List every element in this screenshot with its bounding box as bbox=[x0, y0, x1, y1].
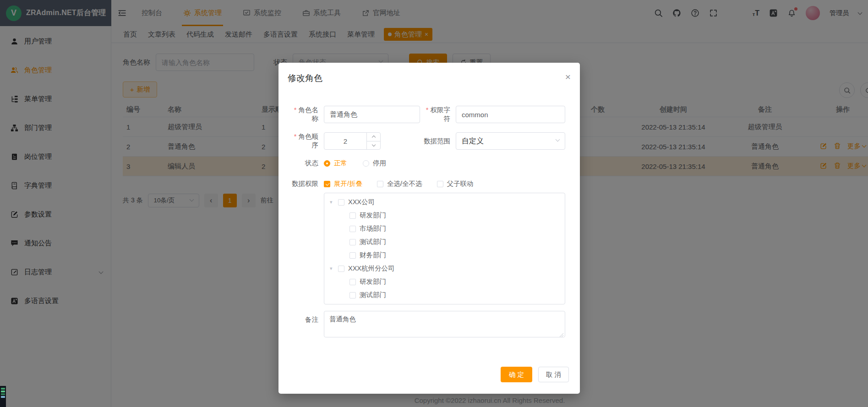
edit-role-dialog: 修改角色 × 角色名称 权限字符 角色顺序 2 数据范围 自定义 bbox=[278, 63, 580, 394]
tree-node-label: 研发部门 bbox=[360, 211, 386, 220]
chevron-up-icon bbox=[371, 136, 375, 139]
checkbox-icon[interactable] bbox=[349, 279, 356, 285]
resize-grip-icon[interactable] bbox=[559, 333, 564, 337]
remark-label: 备注 bbox=[288, 315, 318, 324]
confirm-button[interactable]: 确 定 bbox=[501, 367, 532, 382]
tree-node-label: 测试部门 bbox=[360, 238, 386, 246]
tree-node[interactable]: 市场部门 bbox=[324, 222, 565, 235]
checkbox-icon[interactable] bbox=[349, 252, 356, 259]
data-scope-label: 数据范围 bbox=[420, 137, 450, 146]
tree-node[interactable]: 测试部门 bbox=[324, 288, 565, 302]
tree-node[interactable]: 研发部门 bbox=[324, 209, 565, 222]
radio-icon bbox=[363, 160, 369, 167]
tree-node[interactable]: 测试部门 bbox=[324, 235, 565, 249]
chevron-down-icon bbox=[371, 143, 375, 147]
tree-node-label: 研发部门 bbox=[360, 277, 386, 286]
corner-status-widget bbox=[0, 386, 6, 407]
tree-node-label: XXX公司 bbox=[348, 198, 375, 206]
checkbox-label: 全选/全不选 bbox=[387, 179, 422, 188]
tree-caret-icon[interactable]: ▾ bbox=[330, 266, 338, 271]
tree-node[interactable]: 财务部门 bbox=[324, 249, 565, 262]
expand-collapse-checkbox[interactable]: 展开/折叠 bbox=[324, 179, 362, 188]
data-scope-select[interactable]: 自定义 bbox=[456, 132, 565, 150]
checkbox-icon[interactable] bbox=[349, 292, 356, 298]
select-all-checkbox[interactable]: 全选/全不选 bbox=[377, 179, 422, 188]
checkbox-icon bbox=[324, 181, 330, 187]
checkbox-icon[interactable] bbox=[338, 199, 344, 206]
parent-child-link-checkbox[interactable]: 父子联动 bbox=[437, 179, 474, 188]
stepper-up-button[interactable] bbox=[367, 133, 380, 141]
role-sort-stepper[interactable]: 2 bbox=[324, 132, 381, 150]
dialog-body: 角色名称 权限字符 角色顺序 2 数据范围 自定义 状态 bbox=[278, 88, 580, 339]
status-radio-disabled[interactable]: 停用 bbox=[363, 159, 386, 168]
stepper-down-button[interactable] bbox=[367, 141, 380, 150]
checkbox-icon[interactable] bbox=[349, 226, 356, 232]
dialog-title: 修改角色 bbox=[288, 73, 322, 83]
stepper-controls bbox=[366, 133, 380, 149]
tree-node-label: 财务部门 bbox=[360, 251, 386, 260]
checkbox-icon bbox=[377, 181, 383, 187]
tree-node[interactable]: ▾ XXX杭州分公司 bbox=[324, 262, 565, 275]
dialog-footer: 确 定 取 消 bbox=[501, 367, 569, 382]
cancel-button[interactable]: 取 消 bbox=[538, 367, 569, 382]
department-tree: ▾ XXX公司 研发部门 市场部门 测试部门 财务部门 ▾ bbox=[324, 193, 565, 304]
radio-icon bbox=[324, 160, 330, 167]
checkbox-icon[interactable] bbox=[349, 239, 356, 245]
tree-node[interactable]: ▾ XXX公司 bbox=[324, 195, 565, 209]
status-label: 状态 bbox=[288, 159, 318, 168]
role-name-input[interactable] bbox=[324, 106, 420, 123]
radio-label: 正常 bbox=[334, 159, 347, 168]
tree-node-label: XXX杭州分公司 bbox=[348, 264, 395, 273]
checkbox-icon[interactable] bbox=[349, 212, 356, 219]
role-key-label: 权限字符 bbox=[420, 106, 450, 123]
radio-label: 停用 bbox=[373, 159, 386, 168]
remark-textarea[interactable]: 普通角色 bbox=[324, 311, 565, 337]
checkbox-icon bbox=[437, 181, 443, 187]
close-icon[interactable]: × bbox=[565, 72, 571, 81]
tree-node-label: 市场部门 bbox=[360, 224, 386, 233]
chevron-down-icon bbox=[556, 137, 560, 142]
role-name-label: 角色名称 bbox=[288, 106, 318, 123]
status-radio-normal[interactable]: 正常 bbox=[324, 159, 347, 168]
dialog-header: 修改角色 × bbox=[278, 63, 580, 88]
checkbox-label: 展开/折叠 bbox=[334, 179, 362, 188]
tree-caret-icon[interactable]: ▾ bbox=[330, 199, 338, 205]
tree-node[interactable]: 研发部门 bbox=[324, 275, 565, 288]
tree-node-label: 测试部门 bbox=[360, 291, 386, 299]
data-permission-label: 数据权限 bbox=[288, 179, 318, 188]
checkbox-label: 父子联动 bbox=[447, 179, 474, 188]
role-sort-label: 角色顺序 bbox=[288, 132, 318, 150]
checkbox-icon[interactable] bbox=[338, 266, 344, 272]
data-scope-value: 自定义 bbox=[462, 136, 484, 146]
role-key-input[interactable] bbox=[456, 106, 565, 123]
